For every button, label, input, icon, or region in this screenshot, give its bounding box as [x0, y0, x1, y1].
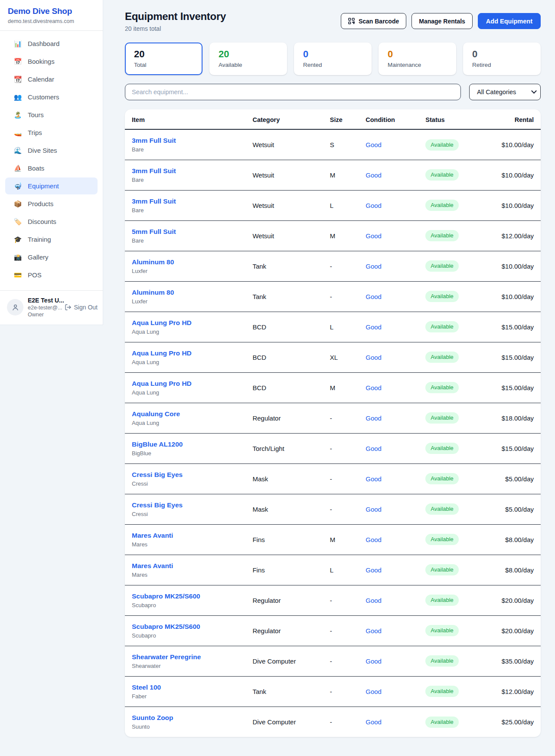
- item-condition-link[interactable]: Good: [366, 536, 382, 543]
- item-condition-link[interactable]: Good: [366, 354, 382, 361]
- sidebar-item-calendar[interactable]: 📆 Calendar: [5, 71, 98, 88]
- item-brand: Bare: [132, 146, 249, 153]
- item-condition-link[interactable]: Good: [366, 506, 382, 513]
- item-name-link[interactable]: Steel 100: [132, 684, 161, 691]
- sidebar-item-label: Bookings: [28, 57, 55, 66]
- column-header-category: Category: [252, 109, 330, 129]
- sidebar-item-label: Calendar: [28, 75, 54, 84]
- brand-domain: demo.test.divestreams.com: [8, 18, 95, 24]
- item-name-link[interactable]: Cressi Big Eyes: [132, 501, 183, 509]
- item-name-link[interactable]: 3mm Full Suit: [132, 197, 176, 205]
- stat-card-retired[interactable]: 0 Retired: [463, 43, 541, 75]
- item-category: Fins: [252, 555, 330, 585]
- item-name-link[interactable]: Aluminum 80: [132, 289, 174, 296]
- sidebar-item-pos[interactable]: 💳 POS: [5, 266, 98, 283]
- item-name-link[interactable]: Shearwater Peregrine: [132, 653, 201, 661]
- item-condition-link[interactable]: Good: [366, 323, 382, 331]
- sign-out-button[interactable]: Sign Out: [65, 304, 98, 311]
- search-input[interactable]: [125, 84, 461, 100]
- table-row: Aqua Lung Pro HD Aqua Lung BCD M Good Av…: [125, 372, 541, 403]
- sidebar-item-equipment[interactable]: 🤿 Equipment: [5, 177, 98, 194]
- item-name-link[interactable]: 3mm Full Suit: [132, 137, 176, 145]
- item-condition-link[interactable]: Good: [366, 566, 382, 574]
- sidebar-item-dashboard[interactable]: 📊 Dashboard: [5, 35, 98, 52]
- table-row: Mares Avanti Mares Fins L Good Available…: [125, 555, 541, 585]
- item-name-link[interactable]: Mares Avanti: [132, 562, 173, 570]
- item-category: Fins: [252, 524, 330, 555]
- scan-barcode-button[interactable]: Scan Barcode: [341, 13, 406, 29]
- item-condition-link[interactable]: Good: [366, 171, 382, 179]
- item-name-link[interactable]: Aqualung Core: [132, 410, 180, 418]
- item-condition-link[interactable]: Good: [366, 627, 382, 634]
- item-condition-link[interactable]: Good: [366, 597, 382, 604]
- item-category: BCD: [252, 312, 330, 342]
- stat-card-maintenance[interactable]: 0 Maintenance: [379, 43, 456, 75]
- products-icon: 📦: [13, 201, 22, 207]
- item-rental: $10.00/day: [498, 281, 541, 312]
- brand-name[interactable]: Demo Dive Shop: [8, 7, 95, 16]
- item-condition-link[interactable]: Good: [366, 688, 382, 695]
- sidebar-item-customers[interactable]: 👥 Customers: [5, 89, 98, 105]
- item-rental: $25.00/day: [498, 707, 541, 737]
- item-name-link[interactable]: Scubapro MK25/S600: [132, 592, 200, 600]
- item-name-link[interactable]: Aluminum 80: [132, 258, 174, 266]
- item-condition-link[interactable]: Good: [366, 384, 382, 391]
- sign-out-label: Sign Out: [74, 304, 98, 311]
- item-brand: Aqua Lung: [132, 329, 249, 335]
- manage-rentals-button[interactable]: Manage Rentals: [411, 13, 473, 29]
- item-condition-link[interactable]: Good: [366, 232, 382, 240]
- item-condition-link[interactable]: Good: [366, 445, 382, 452]
- item-category: Dive Computer: [252, 646, 330, 676]
- item-name-link[interactable]: BigBlue AL1200: [132, 440, 183, 448]
- table-row: Aqua Lung Pro HD Aqua Lung BCD XL Good A…: [125, 342, 541, 372]
- item-name-link[interactable]: 3mm Full Suit: [132, 167, 176, 175]
- sidebar-item-bookings[interactable]: 📅 Bookings: [5, 53, 98, 70]
- item-condition-link[interactable]: Good: [366, 475, 382, 483]
- item-name-link[interactable]: 5mm Full Suit: [132, 228, 176, 236]
- sidebar-item-training[interactable]: 🎓 Training: [5, 231, 98, 248]
- item-brand: Faber: [132, 693, 249, 700]
- item-rental: $18.00/day: [498, 403, 541, 433]
- item-condition-link[interactable]: Good: [366, 718, 382, 726]
- sidebar-item-trips[interactable]: 🚤 Trips: [5, 124, 98, 141]
- stat-card-available[interactable]: 20 Available: [209, 43, 287, 75]
- sidebar-item-products[interactable]: 📦 Products: [5, 195, 98, 212]
- item-name-link[interactable]: Aqua Lung Pro HD: [132, 349, 192, 357]
- sidebar-item-label: Trips: [28, 128, 42, 137]
- sidebar-item-discounts[interactable]: 🏷️ Discounts: [5, 213, 98, 230]
- item-condition-link[interactable]: Good: [366, 141, 382, 148]
- item-condition-link[interactable]: Good: [366, 202, 382, 209]
- item-condition-link[interactable]: Good: [366, 263, 382, 270]
- item-name-link[interactable]: Cressi Big Eyes: [132, 471, 183, 479]
- stat-value: 0: [472, 49, 532, 60]
- status-badge: Available: [425, 473, 459, 484]
- dive-sites-icon: 🌊: [13, 147, 22, 154]
- stat-card-total[interactable]: 20 Total: [125, 43, 202, 75]
- sidebar-item-label: Products: [28, 199, 53, 208]
- item-condition-link[interactable]: Good: [366, 293, 382, 300]
- user-email: e2e-tester@...: [28, 305, 60, 311]
- stat-label: Total: [134, 62, 193, 68]
- add-equipment-button[interactable]: Add Equipment: [478, 13, 541, 29]
- sidebar-item-boats[interactable]: ⛵ Boats: [5, 160, 98, 177]
- item-name-link[interactable]: Aqua Lung Pro HD: [132, 380, 192, 388]
- stat-card-rented[interactable]: 0 Rented: [294, 43, 372, 75]
- category-filter[interactable]: All Categories: [469, 84, 541, 100]
- status-badge: Available: [425, 291, 459, 302]
- item-name-link[interactable]: Aqua Lung Pro HD: [132, 319, 192, 327]
- user-name: E2E Test U...: [28, 297, 60, 304]
- status-badge: Available: [425, 200, 459, 211]
- item-name-link[interactable]: Scubapro MK25/S600: [132, 623, 200, 631]
- item-condition-link[interactable]: Good: [366, 657, 382, 665]
- stat-value: 0: [388, 49, 447, 60]
- tours-icon: 🏝️: [13, 112, 22, 118]
- item-size: M: [330, 524, 366, 555]
- item-brand: Bare: [132, 207, 249, 214]
- sidebar-item-gallery[interactable]: 📸 Gallery: [5, 249, 98, 266]
- sidebar-item-tours[interactable]: 🏝️ Tours: [5, 106, 98, 123]
- item-condition-link[interactable]: Good: [366, 414, 382, 422]
- item-name-link[interactable]: Suunto Zoop: [132, 714, 173, 722]
- item-name-link[interactable]: Mares Avanti: [132, 532, 173, 539]
- item-brand: Shearwater: [132, 663, 249, 669]
- sidebar-item-dive-sites[interactable]: 🌊 Dive Sites: [5, 142, 98, 159]
